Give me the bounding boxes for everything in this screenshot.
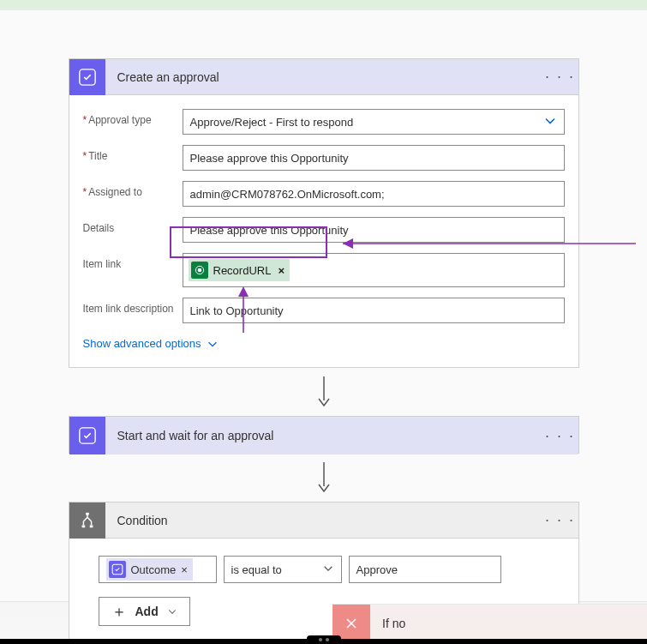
recordurl-token[interactable]: RecordURL × xyxy=(189,259,291,281)
field-details[interactable]: Please approve this Opportunity xyxy=(183,217,565,243)
flow-canvas: Create an approval · · · *Approval type … xyxy=(0,10,647,644)
row-item-link: Item link RecordURL × xyxy=(83,248,565,292)
card-menu-button[interactable]: · · · xyxy=(542,511,578,529)
condition-right-operand[interactable]: Approve xyxy=(349,556,501,583)
connector-arrow-2 xyxy=(0,462,647,493)
chevron-down-icon xyxy=(167,606,177,617)
token-remove[interactable]: × xyxy=(181,563,188,576)
row-approval-type: *Approval type Approve/Reject - First to… xyxy=(83,104,565,140)
create-approval-card: Create an approval · · · *Approval type … xyxy=(69,58,579,368)
approval-icon xyxy=(109,561,126,578)
card-header[interactable]: Create an approval · · · xyxy=(69,59,578,95)
card-title: Start and wait for an approval xyxy=(105,429,542,442)
card-header[interactable]: Condition · · · xyxy=(69,503,578,539)
svg-rect-6 xyxy=(89,525,93,527)
card-title: Condition xyxy=(105,514,542,527)
label-assigned-to: *Assigned to xyxy=(83,181,183,198)
plus-icon: ＋ xyxy=(111,601,127,622)
field-item-link[interactable]: RecordURL × xyxy=(183,253,565,287)
field-assigned-to[interactable]: admin@CRM078762.OnMicrosoft.com; xyxy=(183,181,565,207)
condition-row: Outcome × is equal to Approve xyxy=(99,556,549,583)
if-no-branch[interactable]: If no xyxy=(332,604,647,641)
row-title: *Title Please approve this Opportunity xyxy=(83,140,565,176)
svg-rect-4 xyxy=(86,512,89,515)
label-item-link-desc: Item link description xyxy=(83,298,183,315)
add-condition-button[interactable]: ＋ Add xyxy=(99,597,190,626)
row-item-link-desc: Item link description Link to Opportunit… xyxy=(83,292,565,328)
chevron-down-icon xyxy=(322,563,334,577)
field-item-link-desc[interactable]: Link to Opportunity xyxy=(183,298,565,323)
label-approval-type: *Approval type xyxy=(83,109,183,126)
dataverse-icon xyxy=(191,262,208,279)
chevron-down-icon xyxy=(543,114,557,130)
svg-rect-5 xyxy=(81,525,85,527)
approval-icon xyxy=(69,59,105,95)
token-label: RecordURL xyxy=(213,264,272,277)
field-title[interactable]: Please approve this Opportunity xyxy=(183,145,565,171)
start-wait-card[interactable]: Start and wait for an approval · · · xyxy=(69,416,579,454)
label-item-link: Item link xyxy=(83,253,183,270)
condition-left-operand[interactable]: Outcome × xyxy=(99,556,217,583)
outcome-token[interactable]: Outcome × xyxy=(106,558,193,581)
condition-icon xyxy=(69,503,105,539)
card-header[interactable]: Start and wait for an approval · · · xyxy=(69,417,578,454)
if-no-label: If no xyxy=(370,617,405,630)
card-body: *Approval type Approve/Reject - First to… xyxy=(69,95,578,367)
condition-operator[interactable]: is equal to xyxy=(224,556,342,583)
label-details: Details xyxy=(83,217,183,234)
label-title: *Title xyxy=(83,145,183,162)
card-menu-button[interactable]: · · · xyxy=(542,68,578,86)
card-menu-button[interactable]: · · · xyxy=(542,427,578,445)
row-details: Details Please approve this Opportunity xyxy=(83,212,565,248)
card-title: Create an approval xyxy=(105,70,542,84)
bottom-handle xyxy=(307,635,341,644)
token-remove[interactable]: × xyxy=(276,264,285,277)
top-band xyxy=(0,0,647,10)
row-assigned-to: *Assigned to admin@CRM078762.OnMicrosoft… xyxy=(83,176,565,212)
approval-icon xyxy=(69,417,105,454)
connector-arrow-1 xyxy=(0,376,647,407)
field-approval-type[interactable]: Approve/Reject - First to respond xyxy=(183,109,565,135)
show-advanced-options[interactable]: Show advanced options xyxy=(83,328,219,353)
